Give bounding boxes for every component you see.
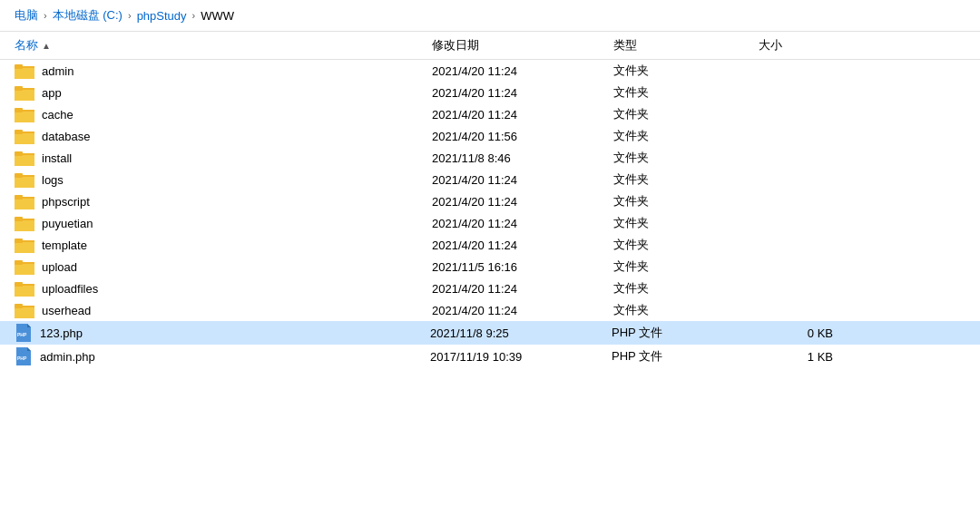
col-name-label: 名称 [15,37,38,54]
php-file-icon: PHP [15,324,33,342]
file-type: 文件夹 [613,215,759,231]
col-header-date[interactable]: 修改日期 [432,37,613,54]
file-name: admin.php [40,350,430,364]
col-header-name[interactable]: 名称 ▲ [15,37,432,54]
folder-icon [15,302,34,318]
svg-rect-31 [15,217,23,221]
file-type: PHP 文件 [612,325,757,341]
svg-rect-3 [15,64,23,69]
breadcrumb-phpstudy[interactable]: phpStudy [137,9,187,23]
table-row[interactable]: upload 2021/11/5 16:16 文件夹 [0,256,980,277]
table-row[interactable]: cache 2021/4/20 11:24 文件夹 [0,103,980,125]
svg-text:PHP: PHP [17,332,27,337]
file-name: upload [42,260,432,274]
file-date: 2021/11/5 16:16 [432,260,613,274]
svg-rect-6 [15,90,34,101]
file-type: 文件夹 [613,84,759,101]
folder-icon [15,84,34,101]
file-date: 2017/11/19 10:39 [430,350,612,364]
col-header-size[interactable]: 大小 [759,37,849,54]
php-file-icon: PHP [15,347,33,365]
file-name: uploadfiles [42,282,432,296]
file-name: 123.php [40,326,430,340]
svg-text:PHP: PHP [17,355,27,361]
svg-marker-52 [27,347,31,351]
folder-icon [15,237,34,253]
file-date: 2021/4/20 11:24 [432,86,613,100]
svg-marker-49 [27,324,31,327]
file-list: admin 2021/4/20 11:24 文件夹 app 2021/4/20 … [0,60,980,512]
file-type: 文件夹 [613,171,759,188]
file-date: 2021/4/20 11:24 [432,173,613,187]
file-date: 2021/4/20 11:56 [432,130,613,143]
table-row[interactable]: uploadfiles 2021/4/20 11:24 文件夹 [0,277,980,299]
svg-rect-10 [15,112,34,122]
folder-icon [15,106,34,122]
svg-rect-47 [15,304,23,308]
breadcrumb-drive[interactable]: 本地磁盘 (C:) [53,7,122,24]
folder-icon [15,215,34,231]
file-date: 2021/4/20 11:24 [432,239,613,252]
file-date: 2021/4/20 11:24 [432,217,613,230]
svg-rect-26 [15,199,34,209]
svg-rect-23 [15,173,23,178]
breadcrumb-bar: 电脑 › 本地磁盘 (C:) › phpStudy › WWW [0,0,980,32]
file-name: phpscript [42,195,432,209]
svg-rect-30 [15,220,34,231]
svg-rect-22 [15,177,34,188]
svg-rect-11 [15,108,23,112]
file-size: 1 KB [757,350,848,364]
table-row[interactable]: database 2021/4/20 11:56 文件夹 [0,125,980,147]
table-row[interactable]: PHP admin.php 2017/11/19 10:39 PHP 文件 1 … [0,345,980,368]
breadcrumb-www: WWW [201,9,234,23]
col-header-type[interactable]: 类型 [613,37,759,54]
file-name: admin [42,64,432,78]
table-row[interactable]: app 2021/4/20 11:24 文件夹 [0,82,980,103]
svg-rect-15 [15,130,23,134]
folder-icon [15,63,34,79]
table-row[interactable]: phpscript 2021/4/20 11:24 文件夹 [0,190,980,212]
file-type: 文件夹 [613,258,759,275]
file-name: cache [42,108,432,122]
file-type: 文件夹 [613,150,759,166]
file-name: app [42,86,432,100]
svg-rect-14 [15,133,34,144]
folder-icon [15,280,34,297]
file-name: logs [42,173,432,187]
file-name: database [42,130,432,143]
table-row[interactable]: PHP 123.php 2021/11/8 9:25 PHP 文件 0 KB [0,321,980,345]
svg-rect-38 [15,264,34,275]
svg-rect-18 [15,155,34,166]
file-date: 2021/4/20 11:24 [432,304,613,317]
svg-rect-27 [15,195,23,200]
file-type: 文件夹 [613,280,759,297]
table-row[interactable]: template 2021/4/20 11:24 文件夹 [0,234,980,256]
table-row[interactable]: userhead 2021/4/20 11:24 文件夹 [0,299,980,321]
folder-icon [15,193,34,209]
svg-rect-35 [15,239,23,243]
breadcrumb-computer[interactable]: 电脑 [15,7,38,24]
table-row[interactable]: puyuetian 2021/4/20 11:24 文件夹 [0,212,980,234]
breadcrumb-sep-2: › [128,10,132,21]
file-date: 2021/4/20 11:24 [432,282,613,296]
table-row[interactable]: install 2021/11/8 8:46 文件夹 [0,147,980,169]
svg-rect-19 [15,151,23,156]
svg-rect-39 [15,260,23,265]
file-date: 2021/4/20 11:24 [432,108,613,122]
file-type: 文件夹 [613,237,759,253]
file-date: 2021/11/8 9:25 [430,326,612,340]
file-name: install [42,151,432,165]
table-row[interactable]: admin 2021/4/20 11:24 文件夹 [0,60,980,82]
folder-icon [15,171,34,188]
file-type: 文件夹 [613,106,759,122]
folder-icon [15,258,34,275]
table-row[interactable]: logs 2021/4/20 11:24 文件夹 [0,169,980,190]
column-headers: 名称 ▲ 修改日期 类型 大小 [0,32,980,60]
svg-rect-46 [15,307,34,318]
file-name: puyuetian [42,217,432,230]
file-name: template [42,239,432,252]
svg-rect-7 [15,86,23,91]
file-date: 2021/11/8 8:46 [432,151,613,165]
svg-rect-42 [15,286,34,297]
folder-icon [15,150,34,166]
